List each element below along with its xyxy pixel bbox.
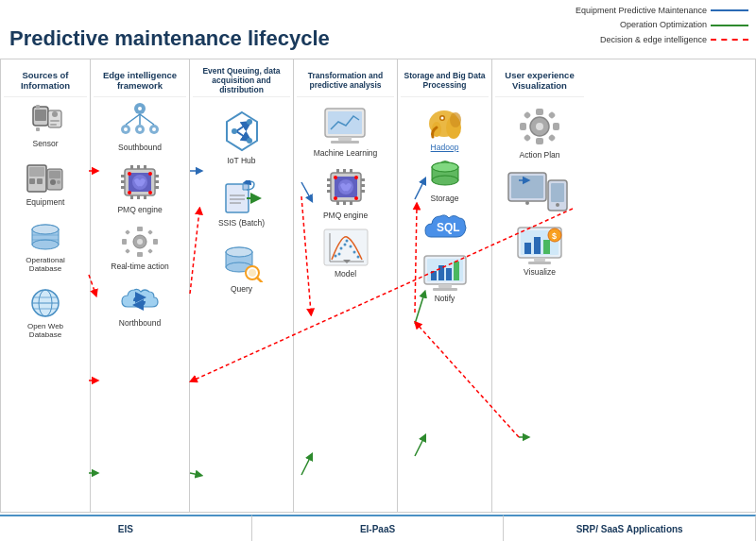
query-label: Query	[231, 284, 252, 294]
svg-rect-61	[121, 186, 125, 189]
svg-point-37	[32, 225, 59, 234]
svg-rect-110	[327, 178, 331, 181]
legend-item-operation: Operation Optimization	[576, 18, 748, 31]
svg-point-99	[226, 247, 252, 257]
sensor-icon	[26, 101, 65, 137]
col-edge-header: Edge intelligenceframework	[94, 63, 186, 97]
svg-rect-120	[343, 201, 346, 205]
svg-point-146	[432, 176, 458, 185]
svg-point-143	[450, 112, 461, 127]
svg-point-123	[354, 176, 358, 179]
svg-point-122	[334, 176, 337, 179]
legend-label-decision: Decision & edge intelligence	[600, 33, 707, 46]
opdb-icon	[28, 220, 62, 254]
svg-point-33	[57, 180, 60, 184]
realtime-label: Real-time action	[111, 262, 168, 271]
svg-text:SQL: SQL	[437, 221, 460, 234]
bottom-bar: EIS EI-PaaS SRP/ SaaS Applications	[0, 515, 756, 541]
svg-point-172	[556, 203, 559, 207]
northbound-item: Northbound	[118, 280, 162, 328]
hadoop-label[interactable]: Hadoop	[431, 143, 459, 152]
svg-rect-19	[35, 110, 46, 121]
svg-rect-29	[37, 178, 43, 184]
iothub-icon	[217, 109, 266, 154]
col-event: Event Queuing, dataacquisition anddistri…	[190, 59, 294, 512]
sensor-label: Sensor	[33, 139, 59, 148]
svg-rect-121	[350, 201, 352, 205]
svg-line-51	[140, 114, 154, 125]
ssis-item: SSIS (Batch)	[218, 180, 265, 228]
svg-point-54	[138, 127, 142, 131]
visualize-label: Visualize	[524, 267, 556, 277]
svg-line-49	[126, 114, 140, 125]
svg-rect-155	[438, 284, 452, 288]
svg-point-88	[232, 128, 237, 134]
svg-rect-164	[548, 111, 556, 119]
legend-label-operation: Operation Optimization	[620, 18, 707, 31]
col-sources-header: Sources ofInformation	[4, 63, 87, 97]
svg-rect-67	[144, 165, 146, 169]
svg-point-89	[247, 119, 252, 125]
webdb-icon	[28, 286, 62, 320]
svg-point-142	[440, 117, 443, 120]
svg-rect-161	[520, 123, 526, 130]
ml-icon	[321, 105, 369, 146]
svg-rect-156	[433, 288, 457, 291]
svg-rect-104	[328, 111, 362, 134]
svg-rect-118	[350, 169, 352, 173]
svg-line-87	[236, 131, 248, 139]
svg-rect-117	[343, 169, 346, 173]
iothub-item: IoT Hub	[217, 109, 266, 165]
svg-rect-176	[534, 237, 541, 254]
svg-rect-64	[155, 186, 159, 189]
svg-point-147	[432, 162, 458, 172]
bottom-seg-eipaas: EI-PaaS	[252, 515, 505, 541]
svg-rect-70	[144, 195, 146, 199]
col-sources: Sources ofInformation Sensor	[1, 59, 91, 512]
svg-rect-113	[361, 178, 365, 181]
svg-rect-105	[338, 137, 352, 141]
svg-rect-166	[548, 134, 556, 142]
col-event-header: Event Queuing, dataacquisition anddistri…	[193, 63, 290, 97]
storage-db-icon	[426, 156, 464, 192]
svg-point-71	[128, 172, 131, 176]
pmq-label: PMQ engine	[117, 205, 162, 214]
legend-item-decision: Decision & edge intelligence	[576, 33, 748, 46]
svg-text:$: $	[552, 231, 557, 241]
pmq-item: PMQ engine	[115, 161, 164, 214]
svg-rect-114	[361, 184, 365, 187]
visualize-item: $ Visualize	[515, 224, 564, 277]
svg-point-125	[354, 196, 358, 200]
hadoop-icon	[423, 105, 467, 141]
svg-point-132	[343, 244, 346, 246]
northbound-icon	[118, 280, 162, 316]
webdb-item: Open WebDatabase	[27, 286, 63, 339]
svg-point-169	[525, 201, 529, 205]
svg-rect-25	[50, 124, 57, 126]
pmq2-label: PMQ engine	[323, 211, 368, 220]
svg-rect-154	[454, 262, 459, 280]
svg-point-73	[128, 191, 131, 194]
svg-point-23	[52, 111, 58, 117]
devices-item	[507, 167, 573, 216]
sensor-item: Sensor	[26, 101, 65, 148]
col-edge: Edge intelligenceframework	[91, 59, 190, 512]
ml-item: Machine Learning	[314, 105, 378, 158]
svg-point-90	[247, 138, 252, 144]
svg-rect-69	[137, 195, 140, 199]
svg-line-102	[257, 278, 262, 282]
svg-rect-83	[125, 248, 130, 254]
model-icon	[322, 228, 369, 267]
svg-rect-81	[125, 229, 130, 235]
action-plan-item: Action Plan	[516, 105, 563, 160]
svg-rect-112	[327, 190, 331, 193]
svg-point-55	[152, 127, 156, 131]
notify-label: Notify	[435, 294, 455, 303]
storage-db-item: Storage	[426, 156, 464, 203]
edge-items: Southbound	[94, 101, 186, 508]
equipment-label: Equipment	[26, 197, 65, 207]
southbound-label: Southbound	[118, 143, 162, 152]
ml-label: Machine Learning	[314, 148, 378, 158]
svg-rect-62	[155, 175, 159, 178]
main-title: Predictive maintenance lifecycle	[9, 26, 330, 51]
